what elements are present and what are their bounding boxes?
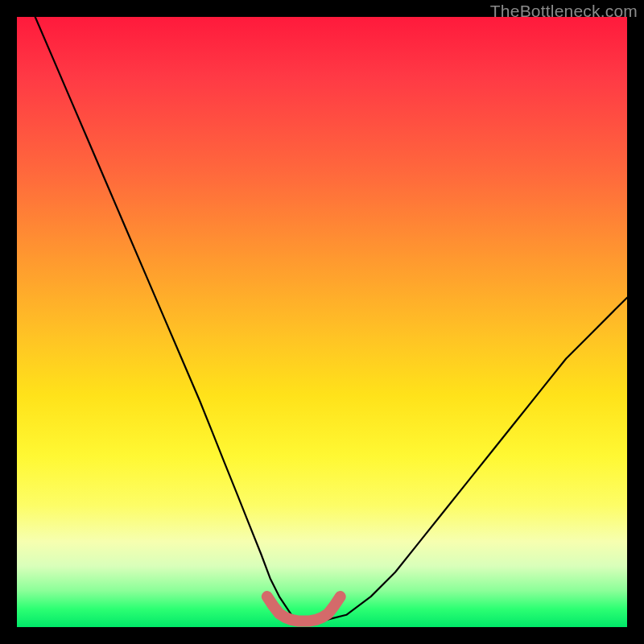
plot-area: [17, 17, 627, 627]
optimal-floor-marker: [17, 17, 627, 627]
chart-stage: TheBottleneck.com: [0, 0, 644, 644]
